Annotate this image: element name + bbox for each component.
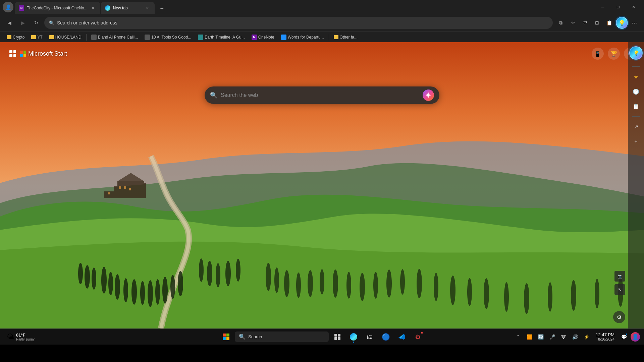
bookmark-separator-2: [329, 34, 329, 41]
bookmark-onenote-icon: N: [252, 35, 257, 40]
bookmark-yt[interactable]: YT: [29, 34, 45, 41]
explorer-icon: 🗂: [366, 333, 373, 341]
phone-icon-btn[interactable]: 📱: [592, 48, 604, 60]
ms-start-label: Microsoft Start: [28, 50, 67, 57]
app-taskbar-btn[interactable]: ⚙: [411, 329, 425, 344]
tray-power-icon[interactable]: ⚡: [581, 331, 592, 342]
ms-start-logo[interactable]: Microsoft Start: [8, 49, 67, 58]
onenote-tab-close[interactable]: ✕: [90, 5, 96, 11]
browser-essentials-icon[interactable]: 🛡: [580, 17, 590, 28]
tray-volume-icon[interactable]: 🔊: [570, 331, 580, 342]
taskbar-search[interactable]: 🔍 Search: [235, 331, 329, 342]
copilot-button[interactable]: 💡: [616, 17, 628, 29]
refresh-button[interactable]: ↻: [31, 17, 42, 28]
sidebar-share-icon[interactable]: ↗: [630, 121, 642, 133]
window-controls: ─ □ ✕: [595, 2, 641, 12]
bookmark-house[interactable]: HOUSE/LAND: [47, 34, 84, 41]
content-settings-btn[interactable]: ⚙: [613, 311, 625, 323]
explorer-taskbar-btn[interactable]: 🗂: [362, 329, 377, 344]
new-tab-title: New tab: [113, 6, 142, 10]
taskbar-center: 🔍 Search 🗂 🔵: [219, 329, 425, 344]
start-button[interactable]: [219, 329, 233, 344]
tray-mic-icon[interactable]: 🎤: [547, 331, 557, 342]
edge-taskbar-btn[interactable]: [346, 329, 361, 344]
new-tab-tab[interactable]: New tab ✕: [101, 2, 155, 14]
profile-button[interactable]: 👤: [3, 2, 13, 12]
bookmark-earth[interactable]: Earth Timeline: A Gu...: [195, 34, 247, 41]
bookmark-bland-icon: [91, 35, 97, 40]
svg-rect-53: [338, 334, 340, 337]
taskbar-search-icon: 🔍: [239, 334, 246, 340]
browser2-taskbar-btn[interactable]: 🔵: [378, 329, 393, 344]
content-settings-icon[interactable]: ⚙: [613, 311, 625, 323]
date-display: 8/16/2024: [598, 337, 614, 341]
notification-badge: [625, 333, 628, 336]
bookmark-words[interactable]: Words for Departu...: [278, 34, 327, 41]
back-button[interactable]: ◀: [4, 17, 15, 28]
tray-chevron[interactable]: ˄: [513, 331, 523, 342]
bookmark-other[interactable]: Other fa...: [331, 34, 360, 41]
sidebar-collections-icon[interactable]: 📋: [630, 100, 642, 112]
taskbar: 🌤 81°F Partly sunny 🔍 Search: [0, 328, 644, 345]
onenote-tab[interactable]: N TheCodeCity - Microsoft OneNo... ✕: [15, 2, 100, 14]
new-tab-page: Microsoft Start 📱 🏆 ⚙ 🔍: [0, 42, 644, 328]
address-bar-row: ◀ ▶ ↻ 🔍 Search or enter web address ⧉ ☆ …: [0, 14, 644, 32]
search-box-icon: 🔍: [210, 92, 217, 99]
vscode-icon: [398, 333, 406, 341]
copilot-search-btn[interactable]: [423, 89, 434, 101]
onenote-tab-icon: N: [19, 5, 24, 11]
sidebar-history-icon[interactable]: 🕐: [630, 85, 642, 98]
tray-refresh-icon[interactable]: 🔄: [535, 331, 546, 342]
nt-topbar: Microsoft Start 📱 🏆 ⚙: [0, 42, 644, 60]
maximize-button[interactable]: □: [610, 2, 626, 12]
bookmark-words-icon: [281, 35, 286, 40]
forward-button[interactable]: ▶: [17, 17, 28, 28]
svg-rect-54: [334, 337, 337, 340]
address-bar[interactable]: 🔍 Search or enter web address: [44, 17, 553, 29]
new-tab-button[interactable]: +: [157, 3, 167, 14]
bookmark-bland-label: Bland AI Phone Calli...: [98, 35, 138, 40]
collections-icon[interactable]: 📋: [604, 17, 614, 28]
tray-clock[interactable]: 12:47 PM 8/16/2024: [593, 332, 617, 341]
workspaces-icon[interactable]: ⊞: [592, 17, 602, 28]
weather-description: Partly sunny: [16, 338, 35, 341]
bookmark-crypto[interactable]: Crypto: [4, 34, 27, 41]
browser2-icon: 🔵: [382, 333, 390, 341]
tray-network-icon[interactable]: 📶: [524, 331, 535, 342]
photo-credit-btn[interactable]: 📷: [614, 271, 625, 282]
task-view-button[interactable]: [330, 329, 345, 344]
bookmark-folder-icon-house: [49, 35, 54, 39]
new-tab-icon: [105, 5, 110, 11]
bookmark-onenote[interactable]: N OneNote: [249, 34, 277, 41]
sidebar-copilot-btn[interactable]: 💡: [629, 46, 643, 60]
app-badge: [421, 331, 423, 334]
sidebar-add-icon[interactable]: +: [630, 135, 642, 147]
new-tab-close[interactable]: ✕: [145, 5, 151, 11]
time-display: 12:47 PM: [596, 332, 614, 337]
trophy-icon-btn[interactable]: 🏆: [608, 48, 620, 60]
search-box[interactable]: 🔍: [205, 86, 439, 104]
bookmark-ai-icon: [145, 35, 150, 40]
tray-user-icon[interactable]: 👤: [631, 332, 640, 342]
sidebar-favorites-icon[interactable]: ★: [630, 71, 642, 83]
notification-center[interactable]: 💬: [619, 331, 629, 342]
expand-btn[interactable]: ⤡: [614, 284, 625, 295]
minimize-button[interactable]: ─: [595, 2, 610, 12]
close-button[interactable]: ✕: [626, 2, 641, 12]
weather-widget[interactable]: 🌤 81°F Partly sunny: [4, 331, 37, 343]
tray-wifi-icon[interactable]: [558, 331, 569, 342]
bookmark-yt-label: YT: [37, 35, 42, 40]
bookmarks-bar: Crypto YT HOUSE/LAND Bland AI Phone Call…: [0, 32, 644, 42]
bookmark-folder-icon: [7, 35, 11, 39]
bookmark-ai-tools[interactable]: 10 AI Tools So Good...: [142, 34, 194, 41]
more-tools-icon[interactable]: ⋯: [629, 17, 640, 28]
vscode-taskbar-btn[interactable]: [394, 329, 409, 344]
bookmark-words-label: Words for Departu...: [288, 35, 324, 40]
tab-strip: N TheCodeCity - Microsoft OneNo... ✕ New…: [15, 0, 594, 14]
search-input[interactable]: [221, 92, 419, 98]
bookmark-house-label: HOUSE/LAND: [55, 35, 82, 40]
favorites-icon[interactable]: ☆: [568, 17, 578, 28]
taskbar-right: ˄ 📶 🔄 🎤 🔊 ⚡ 12:47 PM 8/16/2024 💬 👤: [513, 331, 640, 342]
split-screen-icon[interactable]: ⧉: [555, 17, 566, 28]
bookmark-bland[interactable]: Bland AI Phone Calli...: [89, 34, 141, 41]
